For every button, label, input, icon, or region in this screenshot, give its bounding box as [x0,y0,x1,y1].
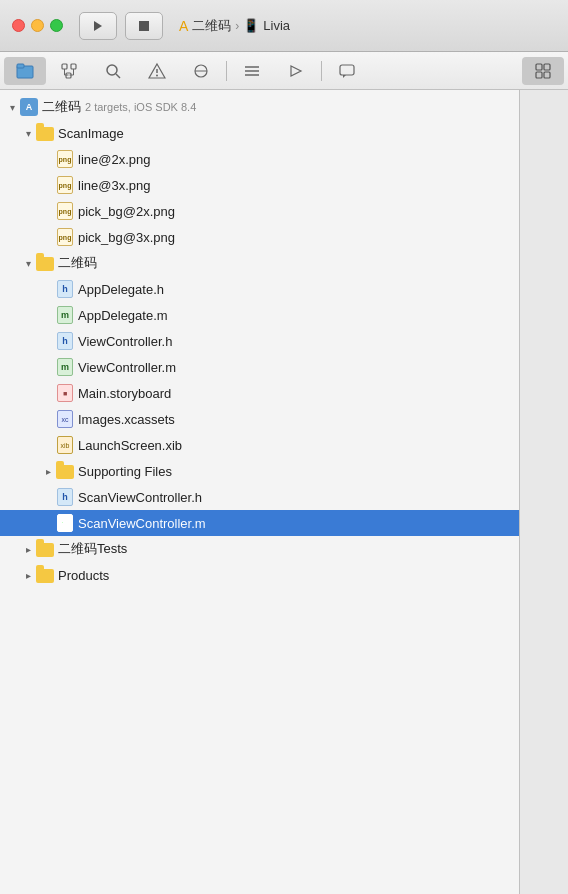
tree-item-images-xcassets[interactable]: xcImages.xcassets [0,406,519,432]
label-scanviewcontroller-h: ScanViewController.h [78,490,202,505]
breadcrumb-arrow: › [235,19,239,33]
folder-icon-scanimage-folder [36,124,54,142]
svg-point-11 [107,65,117,75]
disclosure-line2x [40,151,56,167]
xib-icon-launchscreen-xib: xib [56,436,74,454]
png-icon-pick_bg3x: png [56,228,74,246]
folder-nav-button[interactable] [4,57,46,85]
disclosure-pick_bg3x [40,229,56,245]
png-icon-line3x: png [56,176,74,194]
label-scanimage-folder: ScanImage [58,126,124,141]
disclosure-viewcontroller-m [40,359,56,375]
svg-rect-24 [536,64,542,70]
tree-item-products[interactable]: Products [0,562,519,588]
label-appdelegate-m: AppDelegate.m [78,308,168,323]
tree-item-supporting-files[interactable]: Supporting Files [0,458,519,484]
tree-item-erwei-tests[interactable]: 二维码Tests [0,536,519,562]
disclosure-erwei-tests[interactable] [20,541,36,557]
tree-item-scanviewcontroller-h[interactable]: hScanViewController.h [0,484,519,510]
svg-marker-21 [291,66,301,76]
disclosure-scanviewcontroller-h [40,489,56,505]
disclosure-erwei-folder[interactable] [20,255,36,271]
label-launchscreen-xib: LaunchScreen.xib [78,438,182,453]
tree-item-line2x[interactable]: pngline@2x.png [0,146,519,172]
m-icon-appdelegate-m: m [56,306,74,324]
tree-item-main-storyboard[interactable]: ■Main.storyboard [0,380,519,406]
label-erwei-folder: 二维码 [58,254,97,272]
tree-item-launchscreen-xib[interactable]: xibLaunchScreen.xib [0,432,519,458]
disclosure-supporting-files[interactable] [40,463,56,479]
folder-icon-supporting-files [56,462,74,480]
h-icon-appdelegate-h: h [56,280,74,298]
folder-icon-erwei-folder [36,254,54,272]
tree-item-appdelegate-m[interactable]: mAppDelegate.m [0,302,519,328]
tree-item-erwei-folder[interactable]: 二维码 [0,250,519,276]
titlebar: A 二维码 › 📱 Livia [0,0,568,52]
png-icon-line2x: png [56,150,74,168]
svg-rect-27 [544,72,550,78]
breadcrumb: A 二维码 › 📱 Livia [179,17,290,35]
minimize-button[interactable] [31,19,44,32]
tree-item-scanviewcontroller-m[interactable]: mScanViewController.m [0,510,519,536]
label-products: Products [58,568,109,583]
tree-item-scanimage-folder[interactable]: ScanImage [0,120,519,146]
list-nav-button[interactable] [231,57,273,85]
label-pick_bg2x: pick_bg@2x.png [78,204,175,219]
toolbar-separator-1 [226,61,227,81]
storyboard-icon-main-storyboard: ■ [56,384,74,402]
label-supporting-files: Supporting Files [78,464,172,479]
tree-item-line3x[interactable]: pngline@3x.png [0,172,519,198]
close-button[interactable] [12,19,25,32]
label-pick_bg3x: pick_bg@3x.png [78,230,175,245]
comment-nav-button[interactable] [326,57,368,85]
project-icon-project-root: A [20,98,38,116]
device-name: Livia [263,18,290,33]
label-line3x: line@3x.png [78,178,150,193]
svg-rect-3 [17,64,24,68]
label-viewcontroller-h: ViewController.h [78,334,172,349]
tag-nav-button[interactable] [275,57,317,85]
label-images-xcassets: Images.xcassets [78,412,175,427]
tree-item-viewcontroller-h[interactable]: hViewController.h [0,328,519,354]
tree-item-appdelegate-h[interactable]: hAppDelegate.h [0,276,519,302]
play-button[interactable] [79,12,117,40]
folder-icon-products [36,566,54,584]
traffic-lights [12,19,63,32]
secondary-toolbar [0,52,568,90]
h-icon-viewcontroller-h: h [56,332,74,350]
xcassets-icon-images-xcassets: xc [56,410,74,428]
sublabel-project-root: 2 targets, iOS SDK 8.4 [85,101,196,113]
maximize-button[interactable] [50,19,63,32]
right-gutter [520,90,568,894]
label-scanviewcontroller-m: ScanViewController.m [78,516,206,531]
file-tree: A二维码2 targets, iOS SDK 8.4ScanImagepngli… [0,90,520,894]
disclosure-appdelegate-m [40,307,56,323]
disclosure-scanimage-folder[interactable] [20,125,36,141]
project-name: 二维码 [192,17,231,35]
disclosure-images-xcassets [40,411,56,427]
scheme-icon: A [179,18,188,34]
svg-rect-22 [340,65,354,75]
search-nav-button[interactable] [92,57,134,85]
svg-rect-4 [62,64,67,69]
tree-item-pick_bg2x[interactable]: pngpick_bg@2x.png [0,198,519,224]
disclosure-main-storyboard [40,385,56,401]
main-content: A二维码2 targets, iOS SDK 8.4ScanImagepngli… [0,90,568,894]
label-main-storyboard: Main.storyboard [78,386,171,401]
tree-item-viewcontroller-m[interactable]: mViewController.m [0,354,519,380]
warning-nav-button[interactable] [136,57,178,85]
tree-item-project-root[interactable]: A二维码2 targets, iOS SDK 8.4 [0,94,519,120]
filter-nav-button[interactable] [180,57,222,85]
disclosure-products[interactable] [20,567,36,583]
svg-rect-25 [544,64,550,70]
hierarchy-nav-button[interactable] [48,57,90,85]
m-icon-viewcontroller-m: m [56,358,74,376]
m-icon-scanviewcontroller-m: m [56,514,74,532]
label-viewcontroller-m: ViewController.m [78,360,176,375]
grid-nav-button[interactable] [522,57,564,85]
stop-button[interactable] [125,12,163,40]
disclosure-project-root[interactable] [4,99,20,115]
tree-item-pick_bg3x[interactable]: pngpick_bg@3x.png [0,224,519,250]
disclosure-launchscreen-xib [40,437,56,453]
svg-marker-23 [343,75,346,78]
